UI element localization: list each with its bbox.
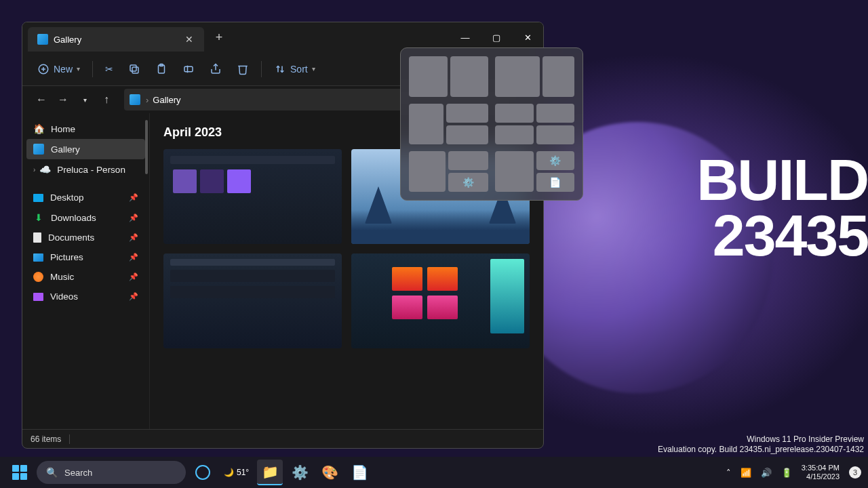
weather-widget[interactable]: 🌙51° — [220, 468, 253, 477]
scrollbar-thumb[interactable] — [145, 120, 148, 174]
taskbar-app-settings[interactable]: ⚙️ — [287, 460, 313, 485]
paste-button[interactable] — [150, 59, 173, 79]
image-thumbnail[interactable] — [351, 253, 530, 348]
watermark-edition: Windows 11 Pro Insider Preview — [658, 434, 864, 445]
desktop-watermark: Windows 11 Pro Insider Preview Evaluatio… — [658, 434, 864, 455]
sidebar-item-documents[interactable]: Documents📌 — [26, 228, 145, 247]
rename-icon — [182, 63, 195, 75]
copy-button[interactable] — [123, 59, 146, 79]
snap-layout-3-apps[interactable]: ⚙️📄 — [495, 151, 574, 192]
desktop-icon — [33, 194, 43, 202]
back-button[interactable]: ← — [32, 90, 51, 109]
snap-layout-2col[interactable] — [409, 56, 488, 97]
taskbar-search[interactable]: 🔍 Search — [37, 461, 186, 484]
sidebar-item-desktop[interactable]: Desktop📌 — [26, 188, 145, 207]
notification-badge[interactable]: 3 — [849, 466, 861, 479]
copy-icon — [128, 63, 140, 75]
tray-overflow-button[interactable]: ˄ — [726, 468, 731, 478]
item-count: 66 items — [31, 434, 61, 444]
scissors-icon: ✂ — [105, 64, 113, 75]
clock[interactable]: 3:35:04 PM 4/15/2023 — [802, 464, 840, 481]
battery-icon[interactable]: 🔋 — [781, 468, 792, 478]
tab-title: Gallery — [54, 35, 178, 45]
start-button[interactable] — [7, 460, 33, 485]
sort-icon — [274, 63, 286, 75]
taskbar: 🔍 Search 🌙51° 📁 ⚙️ 🎨 📄 ˄ 📶 🔊 🔋 3:35:04 P… — [0, 457, 868, 488]
divider — [261, 61, 262, 77]
sidebar-item-home[interactable]: 🏠Home — [26, 119, 145, 139]
plus-circle-icon — [37, 63, 50, 75]
divider — [69, 434, 70, 444]
close-tab-icon[interactable]: ✕ — [184, 34, 195, 45]
gallery-icon — [37, 34, 48, 45]
notepad-icon: 📄 — [351, 464, 368, 481]
pin-icon: 📌 — [129, 272, 138, 281]
share-icon — [210, 63, 222, 75]
forward-button[interactable]: → — [54, 90, 73, 109]
watermark-build: Evaluation copy. Build 23435.ni_prerelea… — [658, 445, 864, 455]
snap-layout-4grid[interactable] — [495, 104, 574, 144]
breadcrumb: ›Gallery — [146, 95, 181, 105]
sidebar-item-pictures[interactable]: Pictures📌 — [26, 247, 145, 267]
sidebar-item-downloads[interactable]: ⬇Downloads📌 — [26, 207, 145, 228]
temperature: 51° — [237, 468, 249, 477]
volume-icon[interactable]: 🔊 — [761, 468, 772, 478]
maximize-button[interactable]: ▢ — [481, 26, 512, 48]
svg-rect-3 — [132, 67, 138, 73]
trash-icon — [237, 63, 249, 75]
new-button[interactable]: New ▾ — [32, 59, 85, 79]
snap-layout-3-alt[interactable]: ⚙️ — [409, 151, 488, 192]
home-icon: 🏠 — [33, 123, 44, 134]
cloud-icon: ☁️ — [39, 164, 50, 175]
gallery-icon — [130, 94, 140, 105]
system-tray: ˄ 📶 🔊 🔋 3:35:04 PM 4/15/2023 3 — [726, 464, 861, 481]
delete-button[interactable] — [231, 59, 254, 79]
wifi-icon[interactable]: 📶 — [741, 468, 751, 478]
windows-logo-icon — [12, 465, 27, 480]
taskbar-app-notepad[interactable]: 📄 — [347, 460, 372, 485]
pin-icon: 📌 — [129, 253, 138, 262]
snap-layout-2col-wide[interactable] — [495, 56, 574, 97]
close-button[interactable]: ✕ — [512, 26, 543, 48]
snap-layout-3[interactable] — [409, 104, 488, 144]
image-thumbnail[interactable] — [163, 253, 342, 348]
sidebar-item-onedrive[interactable]: ›☁️Preluca - Person — [26, 159, 145, 180]
pin-icon: 📌 — [129, 214, 138, 222]
document-icon — [33, 232, 41, 243]
gear-icon: ⚙️ — [536, 151, 575, 170]
cut-button[interactable]: ✂ — [100, 60, 119, 79]
svg-rect-7 — [184, 66, 193, 72]
gear-icon: ⚙️ — [292, 464, 309, 481]
notepad-icon: 📄 — [536, 173, 575, 192]
chevron-right-icon: › — [33, 166, 35, 174]
date: 4/15/2023 — [802, 472, 840, 481]
navigation-pane: 🏠Home Gallery ›☁️Preluca - Person Deskto… — [22, 113, 150, 429]
svg-rect-4 — [130, 65, 136, 71]
folder-icon: 📁 — [262, 464, 279, 480]
copilot-button[interactable] — [190, 460, 216, 485]
search-placeholder: Search — [64, 468, 92, 478]
rename-button[interactable] — [177, 59, 200, 79]
chevron-down-icon: ▾ — [312, 65, 315, 73]
palette-icon: 🎨 — [321, 464, 338, 481]
new-tab-button[interactable]: + — [210, 28, 229, 47]
music-icon — [33, 272, 43, 282]
new-label: New — [54, 64, 73, 75]
sidebar-item-music[interactable]: Music📌 — [26, 267, 145, 287]
taskbar-app-explorer[interactable]: 📁 — [257, 460, 283, 485]
pin-icon: 📌 — [129, 292, 138, 301]
image-thumbnail[interactable] — [163, 149, 342, 244]
videos-icon — [33, 293, 43, 301]
window-controls: — ▢ ✕ — [450, 26, 543, 48]
sidebar-item-gallery[interactable]: Gallery — [26, 139, 145, 159]
up-button[interactable]: ↑ — [97, 90, 116, 109]
tab-gallery[interactable]: Gallery ✕ — [28, 27, 204, 52]
taskbar-app-paint[interactable]: 🎨 — [317, 460, 342, 485]
status-bar: 66 items — [22, 429, 543, 448]
sidebar-item-videos[interactable]: Videos📌 — [26, 287, 145, 306]
copilot-icon — [195, 465, 210, 480]
minimize-button[interactable]: — — [450, 26, 481, 48]
sort-button[interactable]: Sort ▾ — [269, 59, 321, 79]
share-button[interactable] — [204, 59, 227, 79]
recent-dropdown[interactable]: ▾ — [75, 90, 94, 109]
